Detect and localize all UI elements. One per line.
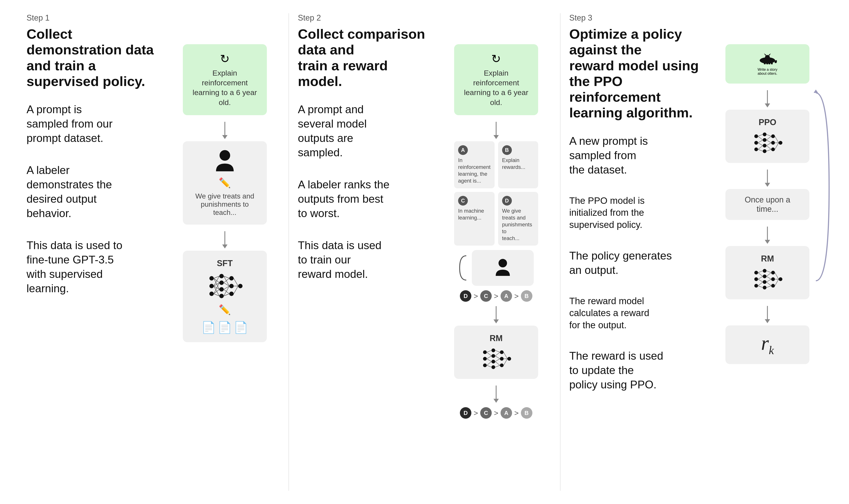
svg-line-88 bbox=[766, 143, 771, 146]
gt4: > bbox=[474, 409, 478, 417]
arrow6 bbox=[765, 90, 770, 107]
rank-c-1: C bbox=[480, 290, 492, 302]
svg-point-74 bbox=[763, 149, 766, 153]
svg-point-71 bbox=[763, 132, 766, 136]
svg-marker-63 bbox=[768, 53, 771, 55]
step3-text1: A new prompt issampled fromthe dataset. bbox=[569, 134, 704, 177]
svg-line-86 bbox=[766, 136, 771, 140]
svg-line-90 bbox=[766, 149, 771, 151]
step3-ppo-box: PPO bbox=[725, 110, 809, 163]
svg-point-70 bbox=[754, 147, 758, 151]
svg-point-76 bbox=[771, 141, 775, 145]
step2-label: Step 2 bbox=[298, 13, 432, 22]
step2-rm-box: RM bbox=[454, 326, 538, 379]
doc-icons: 📄 📄 📄 bbox=[201, 321, 248, 334]
svg-line-105 bbox=[758, 271, 763, 273]
svg-line-112 bbox=[766, 273, 771, 276]
svg-line-20 bbox=[214, 289, 219, 294]
svg-point-103 bbox=[771, 284, 775, 288]
svg-line-51 bbox=[495, 350, 500, 352]
svg-line-30 bbox=[234, 278, 238, 286]
svg-line-110 bbox=[758, 286, 763, 288]
rank-b-2: B bbox=[521, 407, 532, 419]
svg-rect-66 bbox=[769, 63, 770, 64]
svg-point-99 bbox=[763, 280, 766, 284]
svg-marker-62 bbox=[764, 53, 766, 55]
svg-line-107 bbox=[758, 276, 763, 279]
neural-net-2 bbox=[481, 347, 512, 371]
rank-a-2: A bbox=[501, 407, 512, 419]
svg-line-79 bbox=[758, 134, 763, 136]
svg-line-115 bbox=[766, 282, 771, 286]
svg-rect-67 bbox=[771, 63, 773, 65]
rm-label-2: RM bbox=[489, 334, 503, 343]
svg-point-94 bbox=[754, 271, 758, 274]
step2-text: Step 2 Collect comparison data andtrain … bbox=[298, 13, 432, 491]
step2-title: Collect comparison data andtrain a rewar… bbox=[298, 26, 432, 89]
card-text-c: In machinelearning... bbox=[458, 208, 491, 221]
step1-label: Step 1 bbox=[26, 13, 161, 22]
diagram-container: Step 1 Collect demonstration dataand tra… bbox=[18, 13, 831, 491]
svg-line-49 bbox=[487, 362, 491, 365]
arrow4 bbox=[493, 306, 499, 323]
svg-line-109 bbox=[758, 282, 763, 286]
step3-text5: The reward is usedto update thepolicy us… bbox=[569, 349, 704, 392]
step3-label: Step 3 bbox=[569, 13, 704, 22]
gt3: > bbox=[514, 292, 519, 301]
step2-person-box bbox=[472, 250, 534, 286]
svg-rect-64 bbox=[764, 63, 766, 65]
svg-line-87 bbox=[766, 140, 771, 143]
svg-line-114 bbox=[766, 279, 771, 282]
output-card-d: D We give treats andpunishments toteach.… bbox=[498, 192, 538, 246]
svg-point-72 bbox=[763, 138, 766, 142]
doc-icon-3: 📄 bbox=[234, 321, 248, 334]
svg-point-33 bbox=[499, 259, 507, 268]
svg-line-89 bbox=[766, 146, 771, 149]
svg-point-69 bbox=[754, 141, 758, 145]
pencil-icon-1: ✏️ bbox=[219, 177, 231, 188]
step1-prompt-text: Explain reinforcementlearning to a 6 yea… bbox=[192, 68, 258, 107]
svg-point-77 bbox=[771, 147, 775, 151]
output-card-b: B Explain rewards... bbox=[498, 141, 538, 188]
recycle-icon-2: ↻ bbox=[463, 52, 529, 66]
step2-prompt-box: ↻ Explain reinforcementlearning to a 6 y… bbox=[454, 44, 538, 115]
step1-prompt-box: ↻ Explain reinforcementlearning to a 6 y… bbox=[183, 44, 267, 115]
svg-line-57 bbox=[504, 352, 507, 359]
svg-point-102 bbox=[771, 277, 775, 281]
svg-point-10 bbox=[229, 292, 234, 296]
bracket-icon bbox=[458, 255, 467, 281]
svg-line-119 bbox=[775, 279, 779, 286]
step3-title: Optimize a policy against thereward mode… bbox=[569, 26, 704, 121]
svg-point-41 bbox=[500, 350, 504, 354]
gt5: > bbox=[494, 409, 498, 417]
svg-point-95 bbox=[754, 277, 758, 281]
rank-d-1: D bbox=[460, 290, 471, 302]
svg-marker-120 bbox=[814, 90, 818, 93]
svg-line-13 bbox=[214, 278, 219, 283]
svg-line-106 bbox=[758, 273, 763, 276]
bracket-person bbox=[458, 250, 534, 286]
svg-point-44 bbox=[507, 357, 511, 361]
step3-rm-box: RM bbox=[725, 246, 809, 299]
svg-rect-65 bbox=[766, 63, 768, 64]
svg-line-116 bbox=[766, 286, 771, 288]
neural-net-4 bbox=[752, 267, 783, 291]
step2-text2: A labeler ranks theoutputs from bestto w… bbox=[298, 178, 432, 221]
step1-text1: A prompt issampled from ourprompt datase… bbox=[26, 102, 161, 145]
step3-text2: The PPO model isinitialized from thesupe… bbox=[569, 195, 704, 231]
card-letter-b: B bbox=[502, 145, 512, 155]
step2-text3: This data is usedto train ourreward mode… bbox=[298, 238, 432, 282]
svg-line-93 bbox=[775, 143, 779, 149]
svg-point-1 bbox=[210, 276, 214, 281]
step3-prompt-box: Write a storyabout otters. bbox=[725, 44, 809, 84]
step1-text3: This data is used tofine-tune GPT-3.5wit… bbox=[26, 238, 161, 296]
svg-point-34 bbox=[483, 350, 487, 354]
card-text-a: In reinforcementlearning, theagent is... bbox=[458, 157, 491, 184]
svg-line-55 bbox=[495, 362, 500, 365]
neural-net-3 bbox=[752, 131, 783, 155]
step1-title: Collect demonstration dataand train a su… bbox=[26, 26, 161, 89]
svg-point-104 bbox=[779, 277, 782, 281]
person-icon-1 bbox=[214, 149, 236, 174]
svg-point-78 bbox=[779, 141, 782, 145]
svg-point-38 bbox=[491, 354, 495, 358]
